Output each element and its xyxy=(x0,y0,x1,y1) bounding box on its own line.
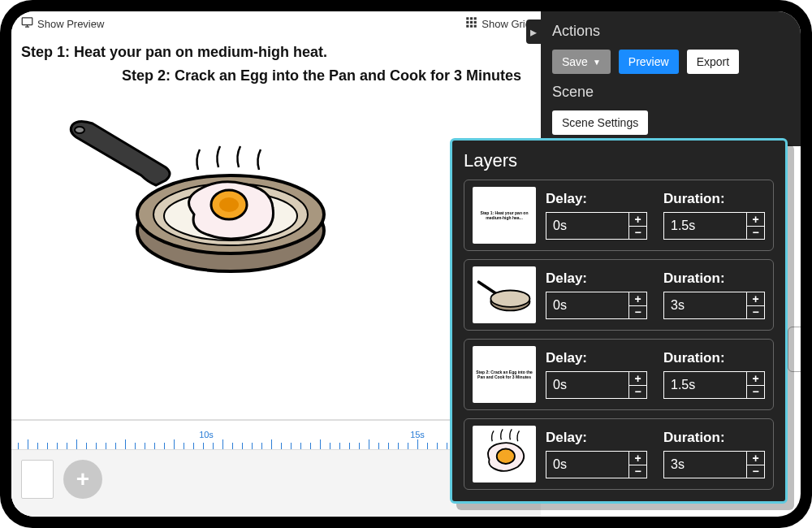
scene-settings-button[interactable]: Scene Settings xyxy=(552,110,648,135)
show-preview-toggle[interactable]: Show Preview xyxy=(21,16,104,31)
layer-row[interactable]: Delay: 0s + − Duration: 3s + xyxy=(464,259,774,331)
delay-input[interactable]: 0s + − xyxy=(546,212,647,240)
delay-value: 0s xyxy=(546,213,628,239)
svg-rect-7 xyxy=(467,25,469,28)
preview-button[interactable]: Preview xyxy=(619,50,679,74)
svg-rect-9 xyxy=(474,25,477,28)
save-label: Save xyxy=(562,55,588,68)
add-track-button[interactable]: + xyxy=(63,460,102,499)
ruler-label-10s: 10s xyxy=(199,430,214,439)
show-grid-toggle[interactable]: Show Grid xyxy=(465,16,531,31)
ruler-label-15s: 15s xyxy=(410,430,425,439)
delay-label: Delay: xyxy=(546,191,647,207)
svg-rect-3 xyxy=(474,17,477,19)
duration-value: 3s xyxy=(664,452,746,478)
right-panel: Actions Save ▼ Preview Export Scene Scen… xyxy=(541,11,801,146)
duration-label: Duration: xyxy=(663,350,765,366)
minus-icon[interactable]: − xyxy=(629,465,646,478)
minus-icon[interactable]: − xyxy=(629,386,646,399)
duration-label: Duration: xyxy=(663,430,765,446)
track-thumbnail[interactable] xyxy=(21,460,54,499)
caret-down-icon: ▼ xyxy=(593,58,601,67)
peek-card[interactable] xyxy=(788,327,801,372)
show-grid-label: Show Grid xyxy=(482,18,531,30)
duration-label: Duration: xyxy=(663,191,765,207)
plus-icon[interactable]: + xyxy=(747,452,764,465)
duration-label: Duration: xyxy=(663,270,765,287)
delay-label: Delay: xyxy=(546,350,647,366)
duration-value: 1.5s xyxy=(664,213,746,239)
scene-heading: Scene xyxy=(552,84,789,101)
duration-input[interactable]: 3s + − xyxy=(663,292,765,319)
plus-icon[interactable]: + xyxy=(629,452,646,465)
save-button[interactable]: Save ▼ xyxy=(552,50,611,74)
duration-input[interactable]: 1.5s + − xyxy=(663,371,765,399)
svg-point-10 xyxy=(75,127,84,133)
duration-input[interactable]: 3s + − xyxy=(663,451,765,478)
duration-value: 1.5s xyxy=(664,372,746,398)
layer-thumbnail[interactable]: Step 2: Crack an Egg into the Pan and Co… xyxy=(473,346,536,403)
svg-rect-2 xyxy=(470,17,473,19)
plus-icon[interactable]: + xyxy=(629,213,646,227)
duration-value: 3s xyxy=(664,292,746,318)
layer-thumbnail[interactable] xyxy=(473,266,536,323)
step1-text[interactable]: Step 1: Heat your pan on medium-high hea… xyxy=(16,44,536,61)
delay-label: Delay: xyxy=(546,270,647,287)
layer-row[interactable]: Step 1: Heat your pan on medium-high hea… xyxy=(464,180,774,251)
plus-icon[interactable]: + xyxy=(629,372,646,386)
duration-input[interactable]: 1.5s + − xyxy=(663,212,765,240)
svg-rect-4 xyxy=(467,21,469,24)
delay-value: 0s xyxy=(546,452,628,478)
delay-value: 0s xyxy=(546,372,628,398)
grid-icon xyxy=(465,16,477,31)
layer-thumbnail[interactable]: Step 1: Heat your pan on medium-high hea… xyxy=(473,187,536,244)
plus-icon[interactable]: + xyxy=(747,372,764,386)
minus-icon[interactable]: − xyxy=(747,306,764,319)
layers-title: Layers xyxy=(464,150,774,171)
delay-label: Delay: xyxy=(546,430,647,446)
svg-rect-8 xyxy=(470,25,473,28)
delay-input[interactable]: 0s + − xyxy=(546,451,647,478)
step2-text[interactable]: Step 2: Crack an Egg into the Pan and Co… xyxy=(16,67,536,84)
layer-row[interactable]: Delay: 0s + − Duration: 3s + xyxy=(464,418,774,490)
svg-point-18 xyxy=(490,290,529,306)
actions-heading: Actions xyxy=(552,23,789,40)
minus-icon[interactable]: − xyxy=(629,306,646,319)
svg-point-16 xyxy=(219,197,239,212)
plus-icon[interactable]: + xyxy=(629,292,646,306)
svg-rect-6 xyxy=(474,21,477,24)
panel-collapse-arrow-icon[interactable]: ▸ xyxy=(526,19,541,44)
minus-icon[interactable]: − xyxy=(747,227,764,240)
svg-point-19 xyxy=(497,449,515,465)
plus-icon[interactable]: + xyxy=(747,292,764,306)
layer-thumbnail[interactable] xyxy=(473,426,536,483)
pan-with-egg-image[interactable] xyxy=(60,109,328,288)
export-button[interactable]: Export xyxy=(687,50,739,74)
monitor-icon xyxy=(21,16,33,31)
delay-input[interactable]: 0s + − xyxy=(546,371,647,399)
minus-icon[interactable]: − xyxy=(747,386,764,399)
svg-rect-0 xyxy=(22,18,32,25)
delay-input[interactable]: 0s + − xyxy=(546,292,647,319)
minus-icon[interactable]: − xyxy=(629,227,646,240)
show-preview-label: Show Preview xyxy=(37,18,104,30)
svg-rect-5 xyxy=(470,21,473,24)
minus-icon[interactable]: − xyxy=(747,465,764,478)
layer-row[interactable]: Step 2: Crack an Egg into the Pan and Co… xyxy=(464,339,774,410)
plus-icon[interactable]: + xyxy=(747,213,764,227)
layers-panel[interactable]: Layers Step 1: Heat your pan on medium-h… xyxy=(450,138,788,504)
svg-rect-1 xyxy=(467,17,469,19)
delay-value: 0s xyxy=(546,292,628,318)
